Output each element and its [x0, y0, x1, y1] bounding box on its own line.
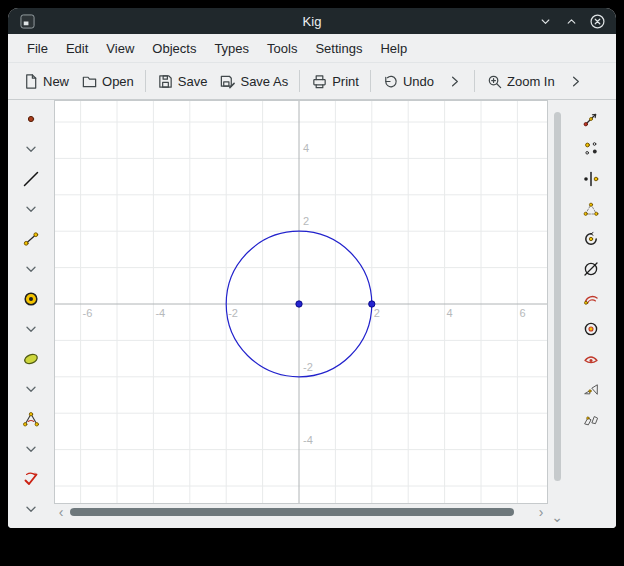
menu-types[interactable]: Types: [205, 34, 258, 62]
point-pair-tool[interactable]: [576, 134, 606, 164]
menu-tools[interactable]: Tools: [258, 34, 306, 62]
x-tick-label: -4: [155, 307, 165, 319]
print-button-label: Print: [332, 74, 359, 89]
similitude-tool-icon: [582, 200, 600, 218]
conic-lens-tool[interactable]: [576, 344, 606, 374]
horizontal-scrollbar[interactable]: ‹ ›: [54, 504, 548, 520]
menu-edit[interactable]: Edit: [57, 34, 97, 62]
scroll-right-arrow[interactable]: ›: [535, 505, 547, 519]
main-area: -6-4-224642-2-4 ‹ › ⌄: [8, 100, 616, 528]
circular-inversion-tool-icon: [582, 260, 600, 278]
angle-tool-icon: [22, 410, 40, 428]
menu-file[interactable]: File: [18, 34, 57, 62]
save-button[interactable]: Save: [151, 68, 214, 95]
axial-symmetry-tool[interactable]: [576, 164, 606, 194]
point-object[interactable]: [296, 301, 302, 307]
scroll-left-arrow[interactable]: ‹: [55, 505, 67, 519]
undo-button-label: Undo: [403, 74, 434, 89]
window-controls: [536, 12, 606, 30]
y-tick-label: 2: [303, 215, 309, 227]
x-tick-label: -6: [83, 307, 93, 319]
desktop-background: Kig FileEditViewObjectsTypesToolsSetting…: [0, 0, 624, 566]
conic-tool-icon: [22, 350, 40, 368]
menu-objects[interactable]: Objects: [143, 34, 205, 62]
test-tool-icon: [22, 470, 40, 488]
vector-tool[interactable]: [576, 104, 606, 134]
kig-window: Kig FileEditViewObjectsTypesToolsSetting…: [8, 8, 616, 528]
y-tick-label: -4: [303, 434, 313, 446]
point-tool-icon: [22, 110, 40, 128]
inversion-circle-tool[interactable]: [576, 314, 606, 344]
toolbar-separator: [474, 70, 475, 92]
minimize-button[interactable]: [536, 12, 554, 30]
vertical-scrollbar-thumb[interactable]: [554, 112, 561, 481]
angle-tool-expander[interactable]: [16, 434, 46, 464]
toolbar-separator: [299, 70, 300, 92]
test-tool-expander[interactable]: [16, 494, 46, 524]
segment-tool[interactable]: [16, 224, 46, 254]
zoom-in-button-label: Zoom In: [507, 74, 555, 89]
chevron-down-icon: [22, 320, 40, 338]
axial-symmetry-tool-icon: [582, 170, 600, 188]
toolbar-separator: [370, 70, 371, 92]
point-tool-expander[interactable]: [16, 134, 46, 164]
circular-inversion-tool[interactable]: [576, 254, 606, 284]
open-button[interactable]: Open: [75, 68, 140, 95]
vertical-scrollbar[interactable]: [548, 112, 566, 509]
print-icon: [311, 73, 328, 90]
point-object[interactable]: [369, 301, 375, 307]
similitude-tool[interactable]: [576, 194, 606, 224]
rotation-tool[interactable]: [576, 224, 606, 254]
print-button[interactable]: Print: [305, 68, 365, 95]
arc-pair-tool[interactable]: [576, 284, 606, 314]
left-toolbox: [8, 100, 54, 528]
horizontal-scrollbar-track[interactable]: [67, 504, 535, 520]
toolbar-overflow-button[interactable]: [561, 68, 590, 95]
scale-triangles-tool[interactable]: [576, 374, 606, 404]
titlebar[interactable]: Kig: [8, 8, 616, 34]
scroll-down-arrow[interactable]: ⌄: [551, 510, 563, 524]
segment-tool-icon: [22, 230, 40, 248]
chevron-right-icon: [446, 73, 463, 90]
window-title: Kig: [8, 14, 616, 29]
maximize-button[interactable]: [562, 12, 580, 30]
line-tool[interactable]: [16, 164, 46, 194]
angle-tool[interactable]: [16, 404, 46, 434]
segment-tool-expander[interactable]: [16, 254, 46, 284]
chevron-down-icon: [22, 440, 40, 458]
menu-help[interactable]: Help: [371, 34, 416, 62]
undo-icon: [382, 73, 399, 90]
chevron-down-icon: [22, 260, 40, 278]
projective-transform-tool[interactable]: [576, 404, 606, 434]
vector-tool-icon: [582, 110, 600, 128]
new-button[interactable]: New: [16, 68, 75, 95]
save-as-button[interactable]: Save As: [213, 68, 294, 95]
canvas-column: -6-4-224642-2-4 ‹ ›: [54, 100, 548, 528]
circle-tool-icon: [22, 290, 40, 308]
chevron-down-icon: [22, 380, 40, 398]
menu-settings[interactable]: Settings: [306, 34, 371, 62]
undo-overflow-button[interactable]: [440, 68, 469, 95]
open-folder-icon: [81, 73, 98, 90]
conic-tool-expander[interactable]: [16, 374, 46, 404]
menu-view[interactable]: View: [97, 34, 143, 62]
circle-tool-expander[interactable]: [16, 314, 46, 344]
point-tool[interactable]: [16, 104, 46, 134]
point-pair-tool-icon: [582, 140, 600, 158]
close-button[interactable]: [588, 12, 606, 30]
test-tool[interactable]: [16, 464, 46, 494]
undo-button[interactable]: Undo: [376, 68, 440, 95]
new-button-label: New: [43, 74, 69, 89]
horizontal-scrollbar-thumb[interactable]: [70, 508, 514, 516]
x-tick-label: 6: [519, 307, 525, 319]
line-tool-expander[interactable]: [16, 194, 46, 224]
conic-tool[interactable]: [16, 344, 46, 374]
zoom-in-button[interactable]: Zoom In: [480, 68, 561, 95]
chevron-down-icon: [22, 140, 40, 158]
menubar: FileEditViewObjectsTypesToolsSettingsHel…: [8, 34, 616, 63]
geometry-canvas[interactable]: -6-4-224642-2-4: [54, 100, 548, 504]
circle-tool[interactable]: [16, 284, 46, 314]
rotation-tool-icon: [582, 230, 600, 248]
y-tick-label: -2: [303, 361, 313, 373]
kig-app-icon: [20, 14, 35, 29]
